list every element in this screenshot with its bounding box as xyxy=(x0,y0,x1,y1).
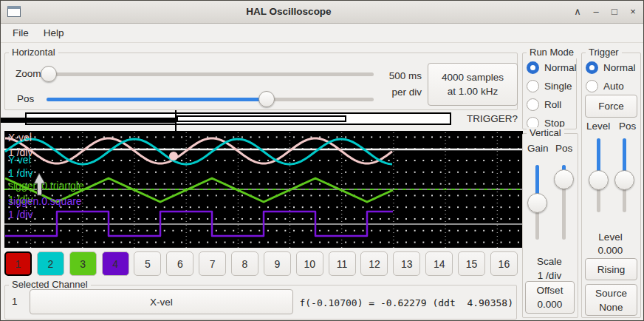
channel-button-3[interactable]: 3 xyxy=(69,251,97,276)
trigger-position-tick xyxy=(175,110,177,132)
scope-channel-label: Y-vel xyxy=(8,154,31,166)
channel-button-1[interactable]: 1 xyxy=(4,251,32,276)
radio-option-roll[interactable]: Roll xyxy=(527,98,577,111)
channel-button-9[interactable]: 9 xyxy=(264,251,291,276)
channel-button-5[interactable]: 5 xyxy=(134,251,161,276)
zoom-label: Zoom xyxy=(16,68,41,79)
run-mode-frame-label: Run Mode xyxy=(527,47,577,58)
pos-slider-knob[interactable] xyxy=(258,91,275,107)
trigger-source-button[interactable]: Source None xyxy=(585,284,637,316)
vertical-offset-button[interactable]: Offset 0.000 xyxy=(525,281,575,314)
vertical-scale-label: Scale xyxy=(523,256,576,267)
channel-button-10[interactable]: 10 xyxy=(296,251,323,276)
record-pretrigger-bar xyxy=(1,118,177,123)
radio-icon[interactable] xyxy=(586,80,598,92)
record-capture-bar xyxy=(177,115,346,122)
vertical-offset-value: 0.000 xyxy=(538,297,563,311)
zoom-slider-knob[interactable] xyxy=(41,66,57,82)
per-div-caption: per div xyxy=(355,87,422,98)
trigger-options: NormalAuto xyxy=(586,61,636,98)
trigger-frame-label: Trigger xyxy=(586,47,622,58)
horizontal-frame-label: Horizontal xyxy=(9,47,58,58)
scope-channel-label: 1 /div xyxy=(8,167,32,179)
samples-line1: 4000 samples xyxy=(442,70,504,84)
channel-button-11[interactable]: 11 xyxy=(329,251,356,276)
trigger-level-knob[interactable] xyxy=(589,170,609,190)
zoom-slider[interactable] xyxy=(47,72,374,76)
radio-option-normal[interactable]: Normal xyxy=(586,61,636,74)
minimize-button[interactable]: – xyxy=(590,6,602,18)
window-title: HAL Oscilloscope xyxy=(1,1,577,23)
trigger-edge-button[interactable]: Rising xyxy=(585,258,637,280)
trigger-source-label: Source xyxy=(595,286,627,300)
radio-label: Single xyxy=(544,81,572,92)
scope-channel-label: siggen.0.triangle xyxy=(8,180,84,192)
scope-channel-label: X-vel xyxy=(8,132,32,143)
scope-display[interactable]: X-vel1 /divY-vel1 /divsiggen.0.triangle1… xyxy=(4,131,523,248)
trigger-source-value: None xyxy=(599,300,623,314)
close-button[interactable]: × xyxy=(627,6,639,18)
vertical-pos-knob[interactable] xyxy=(554,169,574,189)
samples-line2: at 1.00 kHz xyxy=(448,84,498,98)
trigger-force-button[interactable]: Force xyxy=(585,95,637,118)
radio-option-single[interactable]: Single xyxy=(527,80,577,92)
vertical-gain-label: Gain xyxy=(527,143,549,154)
scope-svg: X-vel1 /divY-vel1 /divsiggen.0.triangle1… xyxy=(4,131,523,248)
channel-button-4[interactable]: 4 xyxy=(102,251,129,276)
radio-option-auto[interactable]: Auto xyxy=(586,80,636,92)
channel-button-12[interactable]: 12 xyxy=(360,251,388,276)
channel-button-6[interactable]: 6 xyxy=(166,251,193,276)
vertical-scale-value: 1 /div xyxy=(523,270,576,281)
radio-icon[interactable] xyxy=(527,80,539,92)
channel-button-14[interactable]: 14 xyxy=(425,251,453,276)
menu-help[interactable]: Help xyxy=(36,25,72,41)
trigger-level-value-label: Level xyxy=(582,232,639,243)
vertical-frame-label: Vertical xyxy=(527,127,564,139)
trigger-level-value: 0.000 xyxy=(582,245,639,256)
menu-file[interactable]: File xyxy=(5,25,36,41)
per-div-value: 500 ms xyxy=(355,70,422,81)
maximize-button[interactable]: □ xyxy=(609,6,620,18)
channel-buttons: 12345678910111213141516 xyxy=(4,251,518,276)
radio-icon[interactable] xyxy=(586,61,598,74)
hal-oscilloscope-window: HAL Oscilloscope ∧ – □ × File Help Horiz… xyxy=(0,0,644,321)
trigger-pos-knob[interactable] xyxy=(614,170,634,190)
channel-button-7[interactable]: 7 xyxy=(199,251,226,276)
trigger-level-label: Level xyxy=(586,121,610,132)
trigger-frame: Trigger NormalAuto Force Level Pos Level… xyxy=(581,53,641,318)
vertical-offset-label: Offset xyxy=(537,283,564,297)
run-mode-frame: Run Mode NormalSingleRollStop xyxy=(522,53,577,129)
scope-channel-label: siggen.0.square xyxy=(8,195,82,207)
selected-channel-name-button[interactable]: X-vel xyxy=(30,289,293,314)
channel-button-16[interactable]: 16 xyxy=(490,251,518,276)
trigger-pos-label: Pos xyxy=(619,121,636,132)
radio-icon[interactable] xyxy=(527,98,539,111)
pos-slider-fill xyxy=(47,98,267,101)
run-mode-options: NormalSingleRollStop xyxy=(527,61,577,135)
titlebar: HAL Oscilloscope ∧ – □ × xyxy=(1,1,643,24)
channel-value-readout: f(-0.10700) = -0.62279 (ddt 4.90358) xyxy=(299,297,513,308)
channel-button-8[interactable]: 8 xyxy=(231,251,258,276)
radio-icon[interactable] xyxy=(527,61,539,74)
radio-label: Roll xyxy=(544,99,561,110)
trigger-point-marker xyxy=(169,152,178,160)
radio-label: Normal xyxy=(544,62,577,73)
channel-button-2[interactable]: 2 xyxy=(37,251,64,276)
vertical-gain-knob[interactable] xyxy=(527,193,547,213)
shade-button[interactable]: ∧ xyxy=(572,6,583,18)
radio-label: Normal xyxy=(603,62,636,73)
vertical-pos-label: Pos xyxy=(555,143,572,154)
vertical-frame: Vertical Gain Pos Scale 1 /div Offset 0.… xyxy=(522,133,578,318)
radio-option-normal[interactable]: Normal xyxy=(527,61,577,74)
pos-label: Pos xyxy=(17,93,34,104)
radio-label: Auto xyxy=(603,81,624,92)
samples-button[interactable]: 4000 samples at 1.00 kHz xyxy=(428,63,518,106)
selected-channel-number: 1 xyxy=(12,296,18,307)
trigger-status-label: TRIGGER? xyxy=(460,113,518,124)
menubar: File Help xyxy=(1,24,643,43)
channel-button-15[interactable]: 15 xyxy=(458,251,485,276)
scope-channel-label: 1 /div xyxy=(8,209,32,220)
channel-button-13[interactable]: 13 xyxy=(393,251,420,276)
